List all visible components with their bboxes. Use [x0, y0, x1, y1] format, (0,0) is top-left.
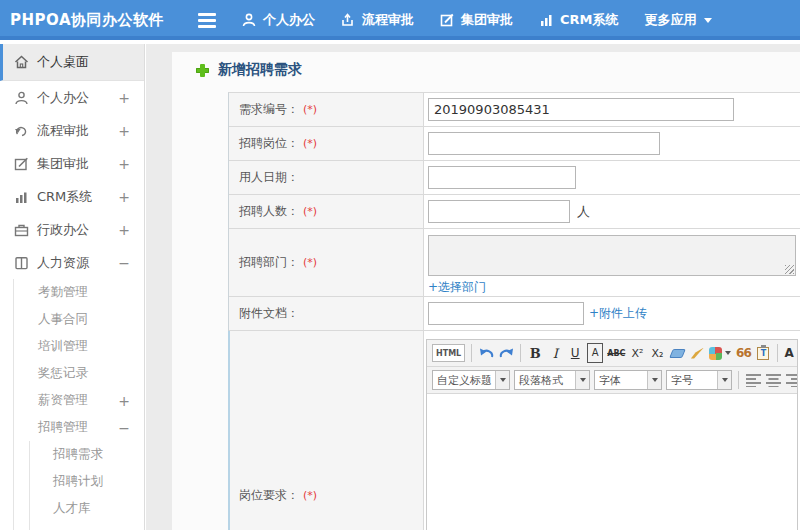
- font-style-box-button[interactable]: A: [587, 343, 603, 363]
- sidebar-item-label: 行政办公: [37, 221, 89, 239]
- sidebar-item-hr[interactable]: 人力资源 −: [0, 246, 144, 279]
- attachment-upload-link[interactable]: +附件上传: [589, 305, 647, 322]
- paragraph-format-select[interactable]: 段落格式: [514, 370, 590, 390]
- nav-item-personal-office[interactable]: 个人办公: [242, 11, 315, 29]
- headcount-input[interactable]: [428, 200, 570, 223]
- select-value: 字体: [599, 373, 621, 388]
- sidebar-item-hr-contract[interactable]: 人事合同: [14, 306, 144, 333]
- nav-item-workflow-approval[interactable]: 流程审批: [341, 11, 414, 29]
- expand-plus-icon[interactable]: +: [118, 222, 130, 238]
- align-left-icon[interactable]: [745, 370, 761, 390]
- editor-content-area[interactable]: [427, 394, 797, 530]
- subscript-button[interactable]: X₂: [649, 343, 665, 363]
- redo-icon[interactable]: [498, 343, 514, 363]
- sidebar-item-label: 薪资管理: [38, 392, 88, 409]
- form-row-attachment: 附件文档： +附件上传: [229, 297, 800, 331]
- required-marker: (*): [303, 205, 317, 218]
- html-source-button[interactable]: HTML: [432, 344, 465, 362]
- hire-date-input[interactable]: [428, 166, 576, 189]
- align-center-icon[interactable]: [765, 370, 781, 390]
- expand-plus-icon[interactable]: +: [118, 90, 130, 106]
- sidebar-item-label: 培训管理: [38, 338, 88, 355]
- required-marker: (*): [303, 103, 317, 116]
- nav-item-label: 更多应用: [645, 11, 697, 29]
- editor-toolbar-row1: HTML B I U: [427, 340, 797, 367]
- navbar-menu: 个人办公 流程审批 集团审批 CRM系统: [198, 0, 712, 40]
- nav-item-more-apps[interactable]: 更多应用: [645, 11, 712, 29]
- required-marker: (*): [303, 137, 317, 150]
- font-color-button[interactable]: A: [784, 343, 797, 363]
- expand-plus-icon[interactable]: +: [118, 123, 130, 139]
- select-value: 段落格式: [519, 373, 563, 388]
- sidebar-item-group-approval[interactable]: 集团审批 +: [0, 147, 144, 180]
- sidebar-item-recruit-mgmt[interactable]: 招聘管理 −: [14, 414, 144, 441]
- page-title: 新增招聘需求: [195, 61, 302, 79]
- color-palette-icon[interactable]: [709, 343, 731, 363]
- field-label: 招聘岗位：: [239, 135, 299, 152]
- select-value: 字号: [671, 373, 693, 388]
- field-label: 岗位要求：: [239, 487, 299, 504]
- recruit-demand-form: 需求编号： (*) 招聘岗位： (*): [228, 92, 800, 530]
- sidebar-item-personal-office[interactable]: 个人办公 +: [0, 81, 144, 114]
- sidebar-item-label: 招聘需求: [53, 446, 103, 463]
- align-right-icon[interactable]: [785, 370, 797, 390]
- superscript-button[interactable]: X²: [629, 343, 645, 363]
- nav-item-group-approval[interactable]: 集团审批: [440, 11, 513, 29]
- book-icon: [14, 256, 29, 270]
- serial-number-input[interactable]: [428, 98, 734, 121]
- toolbar-separator: [471, 344, 472, 362]
- underline-button[interactable]: U: [567, 343, 583, 363]
- strikethrough-button[interactable]: ABC: [607, 343, 625, 363]
- recruit-submenu: 招聘需求 招聘计划 人才库: [29, 441, 144, 530]
- department-textarea[interactable]: [428, 235, 796, 276]
- field-label: 需求编号：: [239, 101, 299, 118]
- expand-plus-icon[interactable]: +: [118, 393, 130, 409]
- sidebar-item-label: 人事合同: [38, 311, 88, 328]
- blockquote-button[interactable]: 66: [735, 343, 751, 363]
- headcount-unit-label: 人: [577, 203, 590, 221]
- field-label: 招聘部门：: [239, 254, 299, 271]
- font-size-select[interactable]: 字号: [666, 370, 732, 390]
- undo-icon[interactable]: [478, 343, 494, 363]
- sidebar-item-label: 流程审批: [37, 122, 89, 140]
- sidebar-item-label: 招聘计划: [53, 473, 103, 490]
- select-department-link[interactable]: +选择部门: [428, 279, 486, 296]
- add-plus-icon: [195, 63, 210, 78]
- expand-plus-icon[interactable]: +: [118, 189, 130, 205]
- sidebar-item-desktop[interactable]: 个人桌面: [0, 44, 144, 81]
- sidebar-item-crm[interactable]: CRM系统 +: [0, 180, 144, 213]
- nav-item-label: CRM系统: [560, 11, 619, 29]
- italic-button[interactable]: I: [547, 343, 563, 363]
- eraser-icon[interactable]: [669, 343, 685, 363]
- sidebar-item-salary[interactable]: 薪资管理 +: [14, 387, 144, 414]
- toolbar-separator: [520, 344, 521, 362]
- sidebar-item-recruit-plan[interactable]: 招聘计划: [30, 468, 144, 495]
- flow-icon: [341, 13, 355, 27]
- bold-button[interactable]: B: [527, 343, 543, 363]
- custom-heading-select[interactable]: 自定义标题: [432, 370, 510, 390]
- collapse-minus-icon[interactable]: −: [118, 420, 130, 436]
- position-input[interactable]: [428, 132, 660, 155]
- hamburger-menu-icon[interactable]: [198, 13, 216, 28]
- paste-icon[interactable]: T: [755, 343, 771, 363]
- sidebar-item-label: 集团审批: [37, 155, 89, 173]
- form-row-headcount: 招聘人数： (*) 人: [229, 195, 800, 229]
- nav-item-crm[interactable]: CRM系统: [539, 11, 619, 29]
- form-row-department: 招聘部门： (*) +选择部门: [229, 229, 800, 297]
- required-marker: (*): [303, 489, 317, 502]
- collapse-minus-icon[interactable]: −: [118, 255, 130, 271]
- sidebar-item-recruit-demand[interactable]: 招聘需求: [30, 441, 144, 468]
- sidebar-item-talent-pool[interactable]: 人才库: [30, 495, 144, 522]
- bar-chart-icon: [14, 190, 29, 204]
- attachment-input[interactable]: [428, 302, 584, 325]
- font-family-select[interactable]: 字体: [594, 370, 662, 390]
- sidebar-item-rewards[interactable]: 奖惩记录: [14, 360, 144, 387]
- sidebar-item-attendance[interactable]: 考勤管理: [14, 279, 144, 306]
- sidebar-item-admin-office[interactable]: 行政办公 +: [0, 213, 144, 246]
- rich-text-editor: HTML B I U: [426, 339, 798, 530]
- sidebar-item-training[interactable]: 培训管理: [14, 333, 144, 360]
- format-brush-icon[interactable]: [689, 343, 705, 363]
- sidebar-item-workflow-approval[interactable]: 流程审批 +: [0, 114, 144, 147]
- expand-plus-icon[interactable]: +: [118, 156, 130, 172]
- nav-item-label: 流程审批: [362, 11, 414, 29]
